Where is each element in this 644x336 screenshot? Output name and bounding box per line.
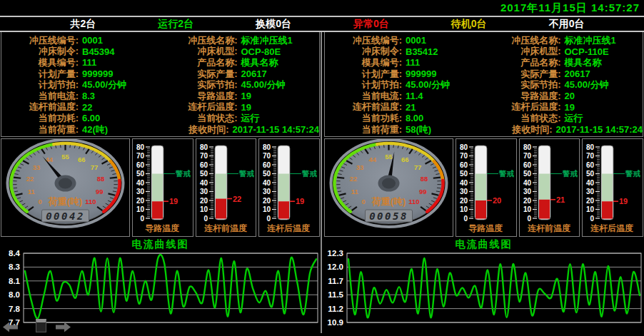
therm-scale-label: 40 (200, 179, 208, 187)
therm-scale-label: 80 (263, 143, 271, 151)
info-row: 当前状态:运行 (161, 113, 320, 124)
info-row: 当前电流:11.4 (325, 91, 484, 102)
info-row: 实际产量:20617 (161, 68, 320, 80)
therm-scale-label: 10 (136, 205, 145, 213)
chart-ytick-label: 12.3 (328, 250, 343, 258)
info-value: 8.00 (402, 113, 423, 123)
current-curve (25, 255, 316, 319)
gauge-tick-label: 99 (96, 188, 104, 195)
therm-scale-label: 0 (590, 215, 595, 223)
therm-scale-label: 60 (263, 161, 271, 169)
info-label: 接收时间: (484, 123, 553, 136)
therm-scale-label: 10 (523, 205, 532, 213)
therm-scale-label: 50 (523, 170, 532, 178)
therm-scale-label: 20 (586, 197, 595, 205)
gauge-tick-label: 44 (368, 156, 376, 163)
gauge-tick-label: 77 (91, 163, 99, 171)
info-row: 计划节拍:45.00/分钟 (325, 79, 484, 91)
info-row: 连杆后温度:19 (161, 102, 320, 113)
info-value: 45.00/分钟 (79, 78, 126, 91)
info-row: 当前荷重:58(吨) (325, 124, 484, 136)
status-item: 共2台 (71, 18, 96, 31)
nav-forward-icon[interactable] (55, 322, 71, 332)
gauge-hub-center (382, 178, 396, 189)
gauge-tick-label: 66 (78, 156, 86, 163)
therm-scale-label: 0 (140, 215, 144, 223)
therm-value: 22 (233, 195, 241, 203)
nav-page-icon[interactable] (36, 319, 46, 332)
info-row: 计划产量:999999 (1, 68, 161, 80)
chart-ytick-label: 10.9 (328, 318, 343, 327)
gauge-tick-label: 110 (408, 198, 419, 205)
gauge-tick-label: 55 (61, 153, 69, 161)
info-column: 冲压线编号:0001冲床制令:B35412模具编号:111计划产量:999999… (325, 35, 484, 136)
info-row: 接收时间:2017-11-15 14:57:24 (161, 124, 320, 136)
load-gauge-svg: 0112233445566778899110荷重(吨)00058 (325, 139, 453, 237)
therm-scale-label: 80 (136, 143, 145, 151)
therm-scale-label: 30 (460, 188, 468, 195)
gauge-tick-label: 11 (351, 188, 359, 195)
therm-fill-value (152, 201, 163, 218)
therm-scale-label: 70 (200, 152, 208, 160)
therm-scale-label: 40 (136, 179, 145, 187)
info-value: 22 (79, 102, 92, 113)
info-value: 45.00/分钟 (238, 78, 286, 91)
gauge-tick (61, 145, 61, 148)
therm-warn-label: 警戒 (498, 169, 515, 178)
therm-scale-label: 80 (586, 143, 595, 151)
info-value: 0001 (79, 35, 103, 46)
nav-back-icon[interactable] (3, 322, 19, 332)
status-bar: 共2台运行2台换模0台异常0台待机0台不用0台 (0, 17, 644, 32)
therm-scale-label: 40 (586, 179, 595, 187)
gauge-tick-label: 77 (414, 163, 422, 171)
thermometer-svg: 01020304050607080警戒21连杆前温度 (520, 139, 579, 236)
info-value: 20617 (238, 68, 267, 79)
therm-scale-label: 50 (136, 170, 145, 178)
therm-scale-label: 60 (523, 161, 532, 169)
info-value: 模具名称 (561, 56, 602, 69)
therm-scale-label: 30 (523, 188, 532, 195)
info-value: 标准冲压线1 (238, 34, 293, 47)
therm-fill-value (278, 201, 289, 218)
therm-scale-label: 50 (586, 170, 595, 178)
info-panel-1: 冲压线编号:0001冲床制令:B45394模具编号:111计划产量:999999… (1, 32, 320, 137)
chart-ytick-label: 8.3 (9, 263, 20, 271)
info-row: 连杆前温度:21 (325, 102, 484, 113)
thermometer-rod-front-temp: 01020304050607080警戒22连杆前温度 (196, 138, 257, 237)
nav-controls (3, 315, 74, 332)
gauge-tick-label: 22 (26, 175, 34, 183)
info-row: 当前功耗:8.00 (325, 113, 484, 124)
therm-scale-label: 10 (586, 205, 595, 213)
therm-scale-label: 60 (460, 161, 468, 169)
thermometer-svg: 01020304050607080警戒20导路温度 (456, 139, 515, 236)
info-value: 0001 (402, 35, 426, 46)
gauge-tick-label: 33 (33, 163, 41, 171)
info-value: B45394 (79, 46, 115, 57)
therm-scale-label: 30 (586, 188, 595, 195)
info-column: 冲压线编号:0001冲床制令:B45394模具编号:111计划产量:999999… (1, 35, 161, 136)
gauge-hub-center (59, 178, 72, 189)
chart-ytick-label: 8.1 (9, 277, 21, 285)
load-gauge-1: 0112233445566778899110荷重(吨)00042 (1, 138, 130, 237)
gauge-tick-label: 88 (421, 175, 428, 183)
therm-scale-label: 0 (463, 215, 468, 223)
gauge-tick (393, 145, 394, 148)
current-curve-svg: 12.312.011.711.511.210.9 (323, 250, 644, 330)
therm-label: 导路温度 (145, 223, 179, 233)
meters-row-2: 0112233445566778899110荷重(吨)00058 0102030… (323, 137, 644, 238)
therm-scale-label: 30 (263, 188, 271, 195)
chart-ytick-label: 7.8 (9, 305, 21, 313)
info-value: 999999 (79, 68, 113, 79)
therm-scale-label: 70 (460, 152, 468, 160)
chart-ytick-label: 11.7 (328, 277, 343, 285)
info-row: 实际节拍:45.00/分钟 (484, 79, 643, 91)
therm-value: 19 (169, 197, 178, 205)
info-row: 导路温度:19 (161, 91, 320, 102)
thermometer-rod-rear-temp: 01020304050607080警戒19连杆后温度 (258, 138, 320, 237)
info-value: 111 (79, 57, 96, 68)
therm-scale-label: 20 (200, 197, 208, 205)
current-chart-2: 电流曲线图 12.312.011.711.511.210.9 (323, 238, 644, 332)
thermometer-guide-temp: 01020304050607080警戒20导路温度 (456, 138, 517, 237)
thermometer-svg: 01020304050607080警戒19连杆后温度 (583, 139, 642, 236)
therm-warn-label: 警戒 (238, 169, 255, 178)
